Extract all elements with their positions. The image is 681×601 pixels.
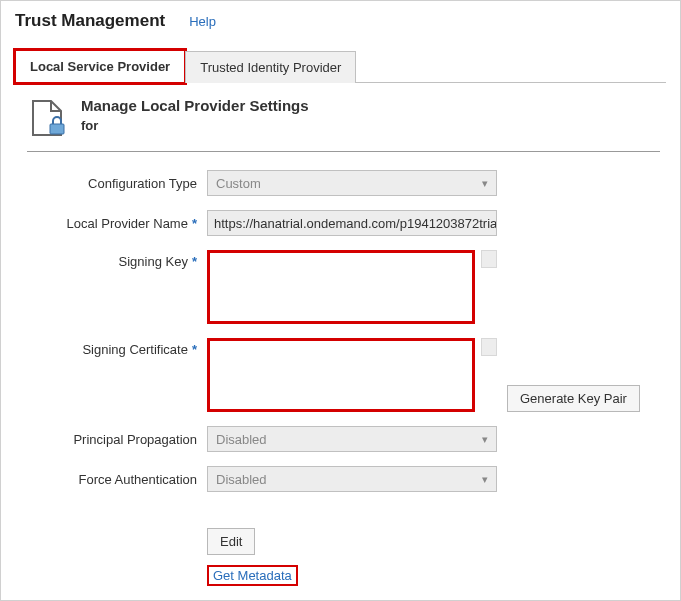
configuration-type-value: Custom	[216, 176, 261, 191]
configuration-type-select[interactable]: Custom ▾	[207, 170, 497, 196]
required-marker: *	[192, 342, 197, 357]
edit-button[interactable]: Edit	[207, 528, 255, 555]
required-marker: *	[192, 254, 197, 269]
section-title: Manage Local Provider Settings	[81, 97, 309, 114]
svg-rect-0	[50, 124, 64, 134]
signing-key-textarea[interactable]	[207, 250, 475, 324]
section-subtitle: for	[81, 118, 309, 133]
label-local-provider-name: Local Provider Name*	[27, 216, 197, 231]
help-link[interactable]: Help	[189, 14, 216, 29]
label-signing-certificate: Signing Certificate*	[27, 338, 197, 357]
document-lock-icon	[27, 97, 67, 137]
header: Trust Management Help	[1, 1, 680, 39]
label-force-authentication: Force Authentication	[27, 472, 197, 487]
tabs: Local Service Provider Trusted Identity …	[15, 49, 666, 83]
force-authentication-select[interactable]: Disabled ▾	[207, 466, 497, 492]
get-metadata-link[interactable]: Get Metadata	[207, 565, 298, 586]
label-principal-propagation: Principal Propagation	[27, 432, 197, 447]
required-marker: *	[192, 216, 197, 231]
principal-propagation-value: Disabled	[216, 432, 267, 447]
force-authentication-value: Disabled	[216, 472, 267, 487]
signing-certificate-textarea[interactable]	[207, 338, 475, 412]
generate-key-pair-button[interactable]: Generate Key Pair	[507, 385, 640, 412]
principal-propagation-select[interactable]: Disabled ▾	[207, 426, 497, 452]
tab-local-service-provider[interactable]: Local Service Provider	[15, 50, 185, 83]
signing-key-side	[481, 250, 497, 268]
divider	[27, 151, 660, 152]
chevron-down-icon: ▾	[482, 473, 488, 486]
label-signing-key: Signing Key*	[27, 250, 197, 269]
tab-trusted-identity-provider[interactable]: Trusted Identity Provider	[185, 51, 356, 83]
signing-certificate-side	[481, 338, 497, 356]
page-title: Trust Management	[15, 11, 165, 31]
local-provider-name-input[interactable]: https://hanatrial.ondemand.com/p19412038…	[207, 210, 497, 236]
label-configuration-type: Configuration Type	[27, 176, 197, 191]
chevron-down-icon: ▾	[482, 177, 488, 190]
chevron-down-icon: ▾	[482, 433, 488, 446]
